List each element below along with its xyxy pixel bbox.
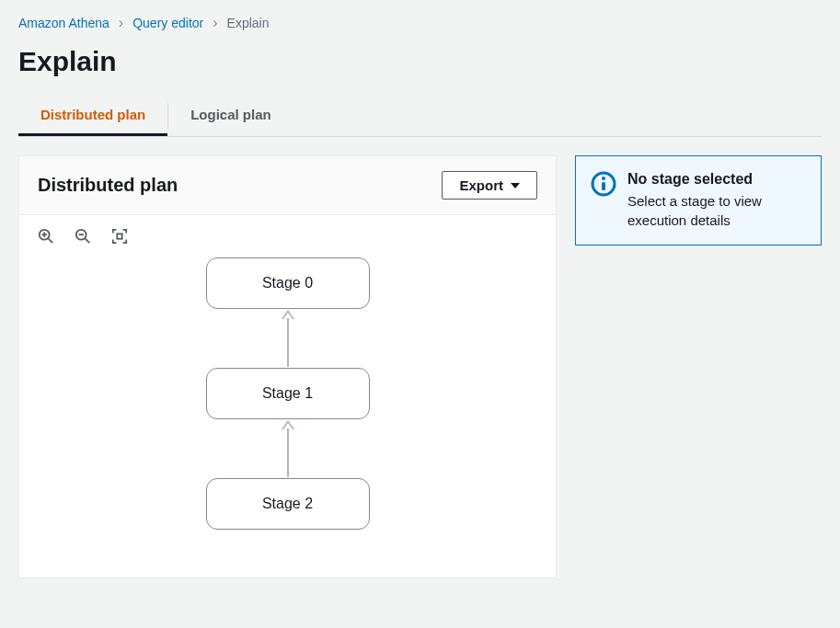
stage-node-2[interactable]: Stage 2 bbox=[206, 478, 370, 530]
arrow-line bbox=[287, 428, 289, 477]
info-content: No stage selected Select a stage to view… bbox=[627, 171, 806, 230]
zoom-in-icon[interactable] bbox=[38, 228, 54, 245]
chevron-right-icon: › bbox=[213, 15, 217, 31]
plan-diagram: Stage 0 Stage 1 Stage 2 bbox=[19, 257, 556, 570]
tab-logical-plan[interactable]: Logical plan bbox=[168, 96, 293, 136]
content-area: Distributed plan Export bbox=[0, 137, 840, 597]
tab-distributed-plan[interactable]: Distributed plan bbox=[18, 96, 167, 136]
info-icon bbox=[591, 171, 616, 197]
export-button-label: Export bbox=[459, 177, 503, 193]
main-panel: Distributed plan Export bbox=[18, 155, 557, 578]
caret-down-icon bbox=[511, 183, 520, 188]
breadcrumb-link-query-editor[interactable]: Query editor bbox=[132, 16, 203, 30]
svg-point-9 bbox=[602, 177, 605, 180]
tabs-container: Distributed plan Logical plan bbox=[18, 96, 822, 137]
info-description: Select a stage to view execution details bbox=[627, 191, 806, 230]
stage-node-0[interactable]: Stage 0 bbox=[206, 257, 370, 309]
svg-line-5 bbox=[86, 239, 90, 244]
svg-rect-10 bbox=[602, 182, 605, 190]
arrow-line bbox=[287, 318, 289, 367]
zoom-toolbar bbox=[19, 215, 556, 257]
svg-rect-7 bbox=[117, 234, 121, 238]
breadcrumb-link-athena[interactable]: Amazon Athena bbox=[18, 16, 109, 30]
svg-line-1 bbox=[49, 239, 53, 244]
chevron-right-icon: › bbox=[119, 15, 123, 31]
info-panel: No stage selected Select a stage to view… bbox=[575, 155, 822, 245]
stage-node-1[interactable]: Stage 1 bbox=[206, 368, 370, 419]
panel-title: Distributed plan bbox=[38, 175, 178, 196]
panel-header: Distributed plan Export bbox=[19, 156, 556, 215]
info-title: No stage selected bbox=[627, 171, 806, 188]
page-title: Explain bbox=[0, 39, 840, 96]
fit-screen-icon[interactable] bbox=[111, 228, 128, 245]
export-button[interactable]: Export bbox=[442, 171, 537, 200]
zoom-out-icon[interactable] bbox=[75, 228, 91, 245]
breadcrumb-current: Explain bbox=[227, 16, 270, 30]
breadcrumb: Amazon Athena › Query editor › Explain bbox=[0, 0, 840, 39]
